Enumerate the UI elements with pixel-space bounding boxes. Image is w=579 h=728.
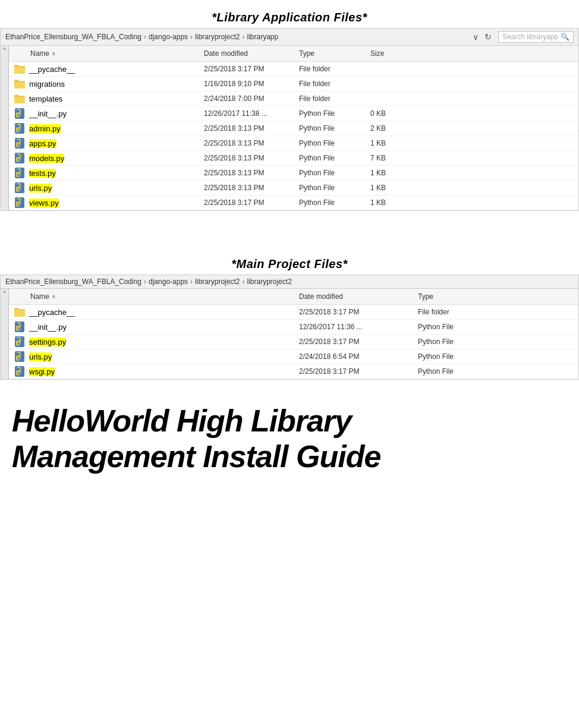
file-name-label: templates [29,94,62,103]
python-file-icon: py [14,322,26,332]
python-file-icon: py [14,108,26,119]
main-column-headers: Name ∧ Date modified Type [9,289,578,305]
python-file-icon: py [14,123,26,134]
bottom-title-section: HelloWorld High Library Management Insta… [0,380,579,487]
table-row[interactable]: py apps.py2/25/2018 3:13 PMPython File1 … [9,136,578,151]
file-type: Python File [294,168,366,178]
file-date: 2/25/2018 3:13 PM [199,182,294,193]
left-scroll-lib[interactable]: ^ [1,46,9,210]
col-name[interactable]: Name ∧ [9,48,199,59]
python-file-icon: py [14,366,26,377]
file-name-cell: py tests.py [9,166,199,179]
file-name-label: __init__.py [29,109,67,118]
table-row[interactable]: py __init__.py12/26/2017 11:38 ...Python… [9,106,578,121]
table-row[interactable]: py urls.py2/25/2018 3:13 PMPython File1 … [9,181,578,196]
main-path-sep-3: › [242,278,244,286]
file-name-label: __pycache__ [29,308,75,317]
col-size[interactable]: Size [366,48,413,59]
main-path-segment-2[interactable]: django-apps [149,278,188,286]
file-name-cell: py views.py [9,196,199,209]
table-row[interactable]: py urls.py2/24/2018 6:54 PMPython File [9,349,578,364]
file-date: 1/16/2018 9:10 PM [199,78,294,89]
table-row[interactable]: py views.py2/25/2018 3:17 PMPython File1… [9,196,578,210]
file-name-label: admin.py [29,124,61,133]
sort-arrow-name: ∧ [52,51,56,56]
left-scroll-main[interactable]: ^ [1,289,9,379]
file-size: 1 KB [366,182,413,193]
python-file-icon: py [14,138,26,149]
file-size [366,97,413,100]
address-controls: ∨ ↻ [471,31,493,42]
file-date: 2/25/2018 3:13 PM [199,168,294,178]
file-type: Python File [294,123,366,134]
file-date: 2/25/2018 3:13 PM [199,138,294,149]
file-date: 2/24/2018 7:00 PM [199,93,294,104]
main-col-name[interactable]: Name ∧ [9,291,294,302]
main-window-body: ^ Name ∧ Date modified Type [1,289,578,379]
file-size [366,83,413,85]
search-placeholder: Search libraryapp [502,33,558,41]
file-name-cell: __pycache__ [9,62,199,75]
library-address-bar: EthanPrice_Ellensburg_WA_FBLA_Coding › d… [1,29,578,46]
path-segment-1[interactable]: EthanPrice_Ellensburg_WA_FBLA_Coding [5,33,141,41]
table-row[interactable]: py admin.py2/25/2018 3:13 PMPython File2… [9,121,578,136]
file-name-cell: py models.py [9,152,199,165]
folder-icon [14,64,26,74]
file-size: 1 KB [366,138,413,149]
scroll-arrow-lib: ^ [3,47,6,53]
path-sep-2: › [190,33,193,41]
scroll-arrow-main: ^ [3,290,6,297]
library-explorer-window: EthanPrice_Ellensburg_WA_FBLA_Coding › d… [0,28,579,211]
path-segment-2[interactable]: django-apps [149,33,188,41]
bottom-title-text: HelloWorld High Library Management Insta… [12,404,567,475]
search-box[interactable]: Search libraryapp 🔍 [498,31,574,43]
refresh-icon[interactable]: ↻ [483,31,493,42]
folder-icon [14,307,26,317]
main-path-segment-1[interactable]: EthanPrice_Ellensburg_WA_FBLA_Coding [5,278,141,286]
main-path-segment-4[interactable]: libraryproject2 [247,278,291,286]
file-name-label: urls.py [29,184,52,193]
table-row[interactable]: py __init__.py12/26/2017 11:36 ...Python… [9,320,578,335]
table-row[interactable]: __pycache__2/25/2018 3:17 PMFile folder [9,62,578,77]
table-row[interactable]: py settings.py2/25/2018 3:17 PMPython Fi… [9,335,578,349]
file-name-cell: py apps.py [9,137,199,150]
file-name-label: wsgi.py [29,367,55,376]
file-name-cell: py __init__.py [9,107,199,120]
file-size: 1 KB [366,197,413,208]
main-content: Name ∧ Date modified Type __pycache__2/2… [9,289,578,379]
search-icon[interactable]: 🔍 [561,33,569,41]
path-segment-4[interactable]: libraryapp [247,33,278,41]
col-date[interactable]: Date modified [199,48,294,59]
file-type: File folder [294,93,366,104]
table-row[interactable]: migrations1/16/2018 9:10 PMFile folder [9,77,578,92]
file-type: Python File [294,182,366,193]
path-segment-3[interactable]: libraryproject2 [195,33,240,41]
library-window-body: ^ Name ∧ Date modified Type Si [1,46,578,210]
file-name-label: models.py [29,154,64,163]
table-row[interactable]: py wsgi.py2/25/2018 3:17 PMPython File [9,364,578,379]
table-row[interactable]: templates2/24/2018 7:00 PMFile folder [9,92,578,106]
file-name-label: tests.py [29,169,56,178]
file-name-cell: py wsgi.py [9,365,294,378]
file-name-label: __pycache__ [29,65,75,74]
file-date: 2/25/2018 3:17 PM [294,336,413,347]
table-row[interactable]: __pycache__2/25/2018 3:17 PMFile folder [9,305,578,320]
file-date: 2/25/2018 3:17 PM [199,64,294,74]
library-file-list: __pycache__2/25/2018 3:17 PMFile folder … [9,62,578,210]
file-size: 7 KB [366,153,413,163]
file-name-label: __init__.py [29,323,67,332]
table-row[interactable]: py models.py2/25/2018 3:13 PMPython File… [9,151,578,166]
main-col-type[interactable]: Type [413,291,508,302]
main-path: EthanPrice_Ellensburg_WA_FBLA_Coding › d… [5,278,574,286]
file-date: 2/25/2018 3:17 PM [294,307,413,317]
main-col-date[interactable]: Date modified [294,291,413,302]
main-path-segment-3[interactable]: libraryproject2 [195,278,240,286]
main-section-title: *Main Project Files* [0,247,579,275]
library-column-headers: Name ∧ Date modified Type Size [9,46,578,62]
file-size [366,68,413,70]
table-row[interactable]: py tests.py2/25/2018 3:13 PMPython File1… [9,166,578,181]
col-type[interactable]: Type [294,48,366,59]
dropdown-icon[interactable]: ∨ [471,31,480,42]
path-sep-3: › [242,33,244,41]
file-type: File folder [294,78,366,89]
